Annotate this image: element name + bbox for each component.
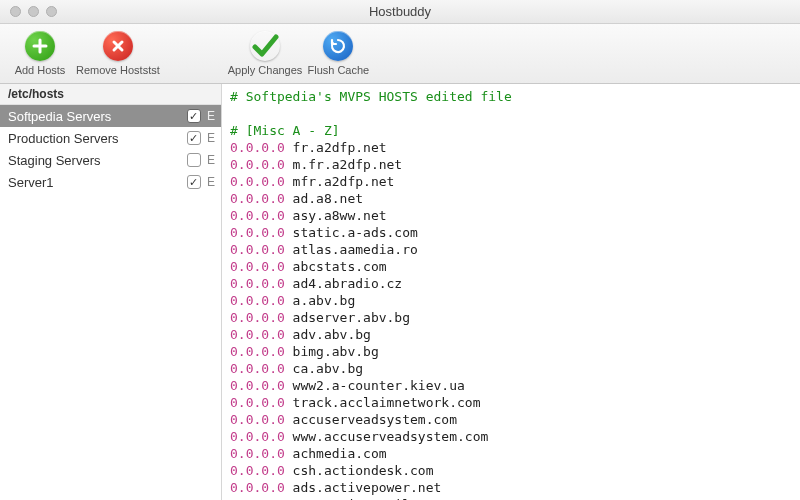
checkbox[interactable]: ✓ bbox=[187, 131, 201, 145]
window-title: Hostbuddy bbox=[0, 4, 800, 19]
edit-indicator: E bbox=[207, 109, 215, 123]
editor-line: 0.0.0.0 achmedia.com bbox=[230, 445, 792, 462]
sidebar-item-label: Production Servers bbox=[8, 131, 119, 146]
editor-line: 0.0.0.0 www2.a-counter.kiev.ua bbox=[230, 377, 792, 394]
editor-line: 0.0.0.0 atlas.aamedia.ro bbox=[230, 241, 792, 258]
remove-hosts-label: Remove Hoststst bbox=[76, 64, 160, 76]
checkbox[interactable]: ✓ bbox=[187, 109, 201, 123]
flush-cache-label: Flush Cache bbox=[307, 64, 369, 76]
hosts-editor[interactable]: # Softpedia's MVPS HOSTS edited file # [… bbox=[222, 84, 800, 500]
editor-line: 0.0.0.0 www.accuserveadsystem.com bbox=[230, 428, 792, 445]
zoom-window-icon[interactable] bbox=[46, 6, 57, 17]
editor-line: 0.0.0.0 accuserveadsystem.com bbox=[230, 411, 792, 428]
editor-line: 0.0.0.0 fr.a2dfp.net bbox=[230, 139, 792, 156]
checkbox[interactable] bbox=[187, 153, 201, 167]
editor-line: # [Misc A - Z] bbox=[230, 122, 792, 139]
editor-line: 0.0.0.0 adv.abv.bg bbox=[230, 326, 792, 343]
close-window-icon[interactable] bbox=[10, 6, 21, 17]
sidebar-item-label: Server1 bbox=[8, 175, 54, 190]
main-content: /etc/hosts Softpedia Servers✓EProduction… bbox=[0, 84, 800, 500]
toolbar: Add Hosts Remove Hoststst Apply Changes … bbox=[0, 24, 800, 84]
editor-line: 0.0.0.0 ad.a8.net bbox=[230, 190, 792, 207]
editor-line: 0.0.0.0 bimg.abv.bg bbox=[230, 343, 792, 360]
editor-line: 0.0.0.0 ad4.abradio.cz bbox=[230, 275, 792, 292]
edit-indicator: E bbox=[207, 175, 215, 189]
add-hosts-button[interactable]: Add Hosts bbox=[8, 27, 72, 81]
titlebar: Hostbuddy bbox=[0, 0, 800, 24]
checkbox[interactable]: ✓ bbox=[187, 175, 201, 189]
editor-line: 0.0.0.0 mfr.a2dfp.net bbox=[230, 173, 792, 190]
sidebar-header: /etc/hosts bbox=[0, 84, 221, 105]
sidebar-item[interactable]: Server1✓E bbox=[0, 171, 221, 193]
editor-line: 0.0.0.0 app.activetrail.com bbox=[230, 496, 792, 500]
add-hosts-label: Add Hosts bbox=[15, 64, 66, 76]
flush-cache-button[interactable]: Flush Cache bbox=[306, 27, 370, 81]
edit-indicator: E bbox=[207, 131, 215, 145]
editor-line: 0.0.0.0 adserver.abv.bg bbox=[230, 309, 792, 326]
editor-line: 0.0.0.0 csh.actiondesk.com bbox=[230, 462, 792, 479]
check-icon bbox=[250, 31, 280, 61]
editor-line: 0.0.0.0 track.acclaimnetwork.com bbox=[230, 394, 792, 411]
editor-line: # Softpedia's MVPS HOSTS edited file bbox=[230, 88, 792, 105]
editor-line: 0.0.0.0 m.fr.a2dfp.net bbox=[230, 156, 792, 173]
window-controls bbox=[0, 6, 57, 17]
edit-indicator: E bbox=[207, 153, 215, 167]
editor-line: 0.0.0.0 static.a-ads.com bbox=[230, 224, 792, 241]
apply-changes-label: Apply Changes bbox=[228, 64, 303, 76]
x-icon bbox=[103, 31, 133, 61]
apply-changes-button[interactable]: Apply Changes bbox=[228, 27, 303, 81]
sidebar-item[interactable]: Softpedia Servers✓E bbox=[0, 105, 221, 127]
editor-line: 0.0.0.0 ads.activepower.net bbox=[230, 479, 792, 496]
plus-icon bbox=[25, 31, 55, 61]
sidebar-item-label: Softpedia Servers bbox=[8, 109, 111, 124]
sidebar-item[interactable]: Production Servers✓E bbox=[0, 127, 221, 149]
refresh-icon bbox=[323, 31, 353, 61]
sidebar-item-label: Staging Servers bbox=[8, 153, 101, 168]
remove-hosts-button[interactable]: Remove Hoststst bbox=[76, 27, 160, 81]
sidebar: /etc/hosts Softpedia Servers✓EProduction… bbox=[0, 84, 222, 500]
editor-line: 0.0.0.0 ca.abv.bg bbox=[230, 360, 792, 377]
minimize-window-icon[interactable] bbox=[28, 6, 39, 17]
editor-line bbox=[230, 105, 792, 122]
editor-line: 0.0.0.0 asy.a8ww.net bbox=[230, 207, 792, 224]
editor-line: 0.0.0.0 abcstats.com bbox=[230, 258, 792, 275]
sidebar-item[interactable]: Staging ServersE bbox=[0, 149, 221, 171]
editor-line: 0.0.0.0 a.abv.bg bbox=[230, 292, 792, 309]
